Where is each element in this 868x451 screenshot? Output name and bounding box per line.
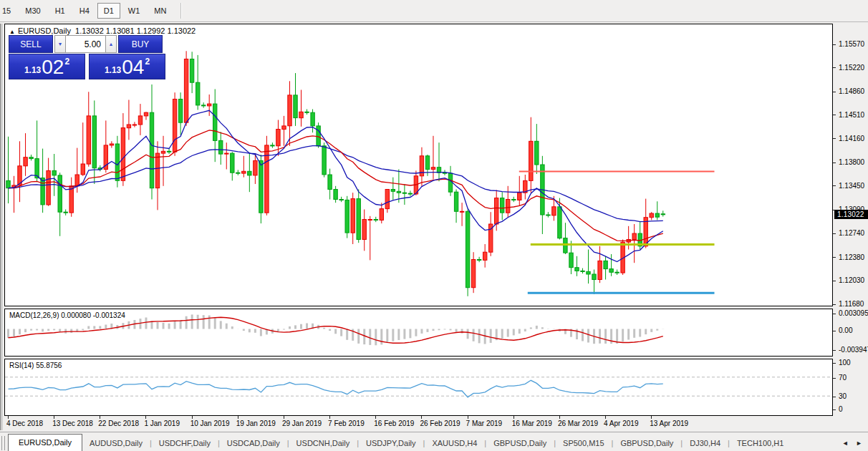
rsi-tick-mark bbox=[833, 409, 836, 410]
price-axis[interactable]: 1.155701.152201.148601.145101.141601.138… bbox=[833, 24, 868, 306]
macd-tick-label: 0.00 bbox=[839, 326, 852, 334]
date-tick-label: 1 Jan 2019 bbox=[144, 420, 180, 427]
current-price-label: 1.13022 bbox=[834, 210, 868, 219]
price-chart-panel[interactable]: ▲EURUSD,Daily 1.13032 1.13081 1.12992 1.… bbox=[4, 24, 833, 306]
price-tick-mark bbox=[833, 304, 836, 305]
macd-tick-mark bbox=[833, 350, 836, 351]
macd-tick-mark bbox=[833, 314, 836, 314]
date-tick-mark bbox=[238, 416, 238, 419]
date-tick-mark bbox=[375, 416, 376, 419]
chart-tab-usdchf-daily[interactable]: USDCHF,Daily bbox=[152, 435, 218, 451]
sell-price-main: 1.13 bbox=[24, 65, 41, 75]
rsi-tick-label: 100 bbox=[839, 359, 851, 367]
price-tick-label: 1.14160 bbox=[839, 135, 864, 142]
volume-decrease-button[interactable]: ▼ bbox=[54, 35, 66, 53]
rsi-tick-mark bbox=[833, 397, 836, 397]
tab-scroll-arrows[interactable]: ◄ ► bbox=[842, 440, 865, 447]
price-tick-mark bbox=[833, 163, 836, 163]
date-tick-mark bbox=[651, 416, 652, 419]
date-tick-mark bbox=[468, 416, 468, 419]
date-tick-label: 22 Dec 2018 bbox=[98, 420, 139, 427]
chart-tab-tech100-h1[interactable]: TECH100,H1 bbox=[730, 435, 791, 451]
macd-plot bbox=[5, 309, 832, 356]
price-tick-label: 1.11680 bbox=[839, 300, 864, 308]
timeframe-button-h4[interactable]: H4 bbox=[73, 3, 96, 19]
timeframe-button-mn[interactable]: MN bbox=[148, 3, 173, 19]
date-tick-label: 26 Feb 2019 bbox=[420, 420, 460, 427]
price-tick-mark bbox=[833, 115, 836, 115]
sell-button[interactable]: SELL bbox=[9, 35, 53, 53]
chart-ohlc-values: 1.13032 1.13081 1.12992 1.13022 bbox=[75, 26, 196, 35]
toolbar-separator bbox=[180, 3, 181, 19]
date-tick-mark bbox=[145, 416, 146, 419]
buy-button[interactable]: BUY bbox=[118, 35, 163, 53]
date-tick-label: 26 Mar 2019 bbox=[558, 420, 598, 427]
date-tick-mark bbox=[8, 416, 9, 419]
buy-price-display[interactable]: 1.13 04 2 bbox=[89, 54, 165, 79]
date-tick-label: 29 Jan 2019 bbox=[282, 420, 322, 427]
rsi-panel[interactable]: RSI(14) 55.8756 bbox=[4, 359, 833, 416]
macd-tick-label: 0.003095 bbox=[839, 309, 868, 317]
price-tick-label: 1.12030 bbox=[839, 276, 864, 284]
price-tick-mark bbox=[833, 185, 836, 186]
chart-title: ▲EURUSD,Daily 1.13032 1.13081 1.12992 1.… bbox=[9, 26, 196, 35]
timeframe-button-h1[interactable]: H1 bbox=[49, 3, 72, 19]
rsi-tick-label: 30 bbox=[839, 392, 847, 400]
date-tick-label: 4 Apr 2019 bbox=[604, 420, 638, 427]
price-tick-mark bbox=[833, 257, 836, 258]
rsi-tick-label: 70 bbox=[839, 374, 847, 382]
timeframe-button-d1[interactable]: D1 bbox=[97, 3, 120, 19]
timeframe-button-m30[interactable]: M30 bbox=[19, 3, 47, 19]
date-tick-mark bbox=[513, 416, 514, 419]
chart-tab-eurusd-daily[interactable]: EURUSD,Daily bbox=[8, 434, 82, 451]
price-tick-mark bbox=[833, 67, 836, 68]
sell-price-display[interactable]: 1.13 02 2 bbox=[9, 54, 85, 79]
price-tick-mark bbox=[833, 233, 836, 234]
price-tick-label: 1.12380 bbox=[839, 253, 864, 261]
timeframe-toolbar: 15M30H1H4D1W1MN bbox=[0, 0, 868, 22]
tabbar-grip bbox=[1, 436, 5, 450]
chart-tab-audusd-daily[interactable]: AUDUSD,Daily bbox=[82, 435, 150, 451]
sell-price-pips: 02 bbox=[42, 58, 64, 77]
price-tick-mark bbox=[833, 92, 836, 92]
rsi-tick-mark bbox=[833, 378, 836, 379]
timeframe-button-15[interactable]: 15 bbox=[0, 3, 17, 19]
chart-tab-usdjpy-daily[interactable]: USDJPY,Daily bbox=[359, 435, 423, 451]
collapse-arrow-icon[interactable]: ▲ bbox=[9, 29, 15, 35]
date-tick-label: 4 Dec 2018 bbox=[6, 420, 43, 427]
chart-symbol-label: EURUSD,Daily bbox=[18, 26, 71, 35]
volume-increase-button[interactable]: ▲ bbox=[105, 35, 117, 53]
rsi-label: RSI(14) 55.8756 bbox=[9, 362, 62, 369]
window-left-edge bbox=[0, 24, 3, 430]
chart-tab-dj30-h4[interactable]: DJ30,H4 bbox=[683, 435, 728, 451]
volume-input[interactable] bbox=[66, 35, 105, 53]
timeframe-button-w1[interactable]: W1 bbox=[122, 3, 147, 19]
macd-axis: 0.0030950.00-0.003947 bbox=[833, 309, 868, 357]
price-tick-label: 1.15220 bbox=[839, 64, 864, 72]
chart-tab-gbpusd-daily[interactable]: GBPUSD,Daily bbox=[613, 435, 680, 451]
chart-tab-usdcad-daily[interactable]: USDCAD,Daily bbox=[220, 435, 287, 451]
price-tick-label: 1.12740 bbox=[839, 229, 864, 237]
rsi-axis: 10070300 bbox=[833, 359, 868, 416]
chart-tab-sp500-m15[interactable]: SP500,M15 bbox=[556, 435, 611, 451]
date-tick-label: 13 Dec 2018 bbox=[52, 420, 93, 427]
macd-panel[interactable]: MACD(12,26,9) 0.000080 -0.001324 bbox=[4, 309, 833, 357]
buy-price-pips: 04 bbox=[122, 58, 144, 77]
price-tick-mark bbox=[833, 44, 836, 45]
date-tick-mark bbox=[54, 416, 54, 419]
sell-price-point: 2 bbox=[64, 57, 69, 67]
date-tick-mark bbox=[559, 416, 560, 419]
date-tick-label: 13 Apr 2019 bbox=[650, 420, 688, 427]
rsi-plot bbox=[5, 359, 832, 415]
buy-price-point: 2 bbox=[145, 57, 150, 67]
one-click-trading-panel: SELL ▼ ▲ BUY 1.13 02 2 1.13 04 2 bbox=[9, 35, 165, 79]
macd-label: MACD(12,26,9) 0.000080 -0.001324 bbox=[9, 311, 125, 319]
date-tick-label: 16 Mar 2019 bbox=[512, 420, 552, 427]
chart-tab-gbpusd-daily[interactable]: GBPUSD,Daily bbox=[486, 435, 554, 451]
date-tick-label: 7 Mar 2019 bbox=[466, 420, 503, 427]
rsi-tick-label: 0 bbox=[839, 405, 843, 413]
chart-tab-xauusd-h4[interactable]: XAUUSD,H4 bbox=[425, 435, 484, 451]
date-axis[interactable]: 4 Dec 201813 Dec 201822 Dec 20181 Jan 20… bbox=[4, 416, 833, 430]
date-tick-label: 16 Feb 2019 bbox=[374, 420, 414, 427]
chart-tab-usdcnh-daily[interactable]: USDCNH,Daily bbox=[289, 435, 357, 451]
